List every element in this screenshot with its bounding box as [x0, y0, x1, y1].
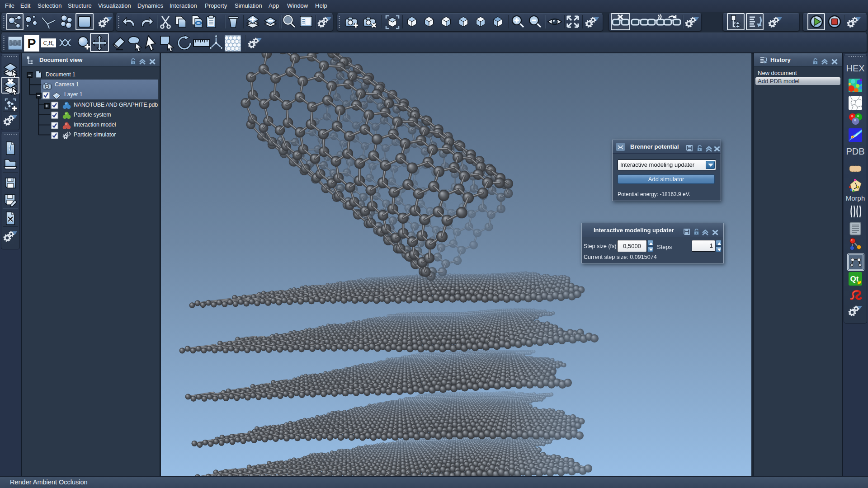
- svg-text:C₂H₆: C₂H₆: [43, 40, 54, 46]
- svg-text:P: P: [27, 36, 36, 51]
